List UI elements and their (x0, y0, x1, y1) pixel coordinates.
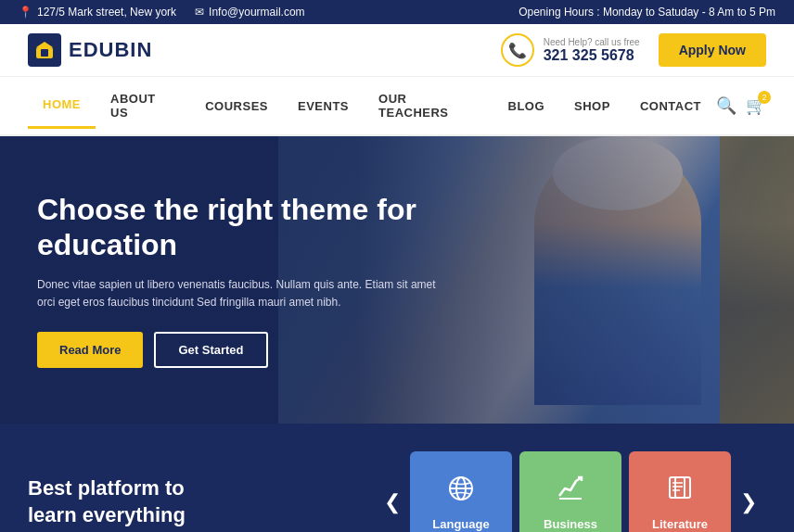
hero-buttons: Read More Get Started (37, 332, 445, 368)
logo[interactable]: EDUBIN (28, 33, 152, 67)
logo-icon (28, 33, 61, 67)
nav-item-teachers[interactable]: OUR TEACHERS (364, 77, 493, 134)
prev-arrow-button[interactable]: ❮ (375, 490, 410, 514)
nav-links: HOME ABOUT US COURSES EVENTS OUR TEACHER… (28, 77, 716, 134)
hours-item: Opening Hours : Monday to Satuday - 8 Am… (519, 6, 775, 19)
hours-text: Opening Hours : Monday to Satuday - 8 Am… (519, 6, 775, 19)
svg-rect-1 (41, 49, 48, 57)
nav-item-shop[interactable]: SHOP (559, 84, 625, 128)
address-item: 📍 127/5 Mark street, New york (19, 6, 176, 19)
banner-card-business[interactable]: Business (519, 451, 621, 532)
nav-item-home[interactable]: HOME (28, 82, 96, 129)
hero-title: Choose the right theme for education (37, 192, 445, 263)
cart-button[interactable]: 🛒 2 (746, 95, 766, 116)
address-text: 127/5 Mark street, New york (37, 6, 176, 19)
phone-label: Need Help? call us free (544, 37, 640, 47)
logo-text: EDUBIN (69, 38, 152, 62)
email-item: ✉ Info@yourmail.com (195, 6, 305, 19)
banner-card-literature[interactable]: Literature (629, 451, 731, 532)
hero-section: Choose the right theme for education Don… (0, 136, 794, 424)
nav-icons: 🔍 🛒 2 (716, 95, 766, 116)
email-icon: ✉ (195, 6, 204, 19)
cart-badge: 2 (758, 91, 771, 104)
location-icon: 📍 (19, 6, 32, 19)
hero-content: Choose the right theme for education Don… (0, 136, 482, 424)
language-icon (446, 474, 476, 510)
svg-rect-6 (670, 477, 685, 498)
phone-number: 321 325 5678 (544, 47, 640, 64)
banner-cards-area: ❮ Language (232, 451, 766, 532)
get-started-button[interactable]: Get Started (154, 332, 267, 368)
banner-cards: Language Business (410, 451, 731, 532)
language-label: Language (432, 517, 489, 531)
header: EDUBIN 📞 Need Help? call us free 321 325… (0, 24, 794, 77)
banner-card-language[interactable]: Language (410, 451, 512, 532)
nav-item-about[interactable]: ABOUT US (96, 77, 190, 134)
phone-icon: 📞 (501, 33, 534, 67)
business-label: Business (544, 517, 597, 531)
literature-label: Literature (652, 517, 708, 531)
main-nav: HOME ABOUT US COURSES EVENTS OUR TEACHER… (0, 77, 794, 136)
svg-rect-7 (675, 477, 690, 498)
nav-item-courses[interactable]: COURSES (190, 84, 283, 128)
search-button[interactable]: 🔍 (716, 95, 736, 116)
literature-icon (665, 474, 695, 510)
phone-info: Need Help? call us free 321 325 5678 (544, 37, 640, 64)
email-text: Info@yourmail.com (209, 6, 305, 19)
nav-item-contact[interactable]: CONTACT (625, 84, 716, 128)
banner-text: Best platform to learn everything (28, 475, 232, 528)
bottom-banner: Best platform to learn everything ❮ Lang… (0, 424, 794, 532)
top-bar: 📍 127/5 Mark street, New york ✉ Info@you… (0, 0, 794, 24)
header-right: 📞 Need Help? call us free 321 325 5678 A… (501, 33, 766, 67)
next-arrow-button[interactable]: ❯ (731, 490, 766, 514)
phone-section: 📞 Need Help? call us free 321 325 5678 (501, 33, 640, 67)
nav-item-blog[interactable]: BLOG (493, 84, 560, 128)
nav-item-events[interactable]: EVENTS (283, 84, 364, 128)
hero-description: Donec vitae sapien ut libero venenatis f… (37, 276, 436, 311)
business-icon (556, 474, 585, 510)
apply-now-button[interactable]: Apply Now (659, 33, 766, 67)
top-bar-left: 📍 127/5 Mark street, New york ✉ Info@you… (19, 6, 305, 19)
read-more-button[interactable]: Read More (37, 332, 143, 368)
